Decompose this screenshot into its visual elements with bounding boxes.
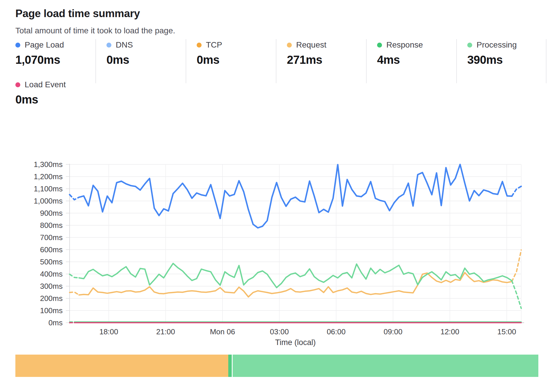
stat-dns: DNS 0ms bbox=[95, 39, 186, 83]
y-axis-label: 800ms bbox=[40, 221, 63, 230]
x-axis-label: 15:00 bbox=[497, 327, 516, 336]
x-axis-label: 21:00 bbox=[156, 327, 175, 336]
stat-label: Response bbox=[386, 40, 423, 50]
dns-legend-dot bbox=[106, 43, 111, 48]
series-processing-dashed-start bbox=[70, 274, 79, 278]
y-axis-label: 900ms bbox=[40, 209, 63, 217]
series-page-load-dashed-start bbox=[70, 195, 79, 200]
stat-value: 1,070ms bbox=[15, 53, 95, 66]
y-axis-label: 400ms bbox=[40, 270, 63, 278]
stat-tcp: TCP 0ms bbox=[186, 39, 276, 83]
stat-label: Page Load bbox=[25, 40, 64, 50]
y-axis-label: 500ms bbox=[40, 257, 63, 266]
series-processing-dashed-end bbox=[512, 281, 521, 308]
stat-label: DNS bbox=[116, 40, 133, 50]
stat-label: Processing bbox=[477, 40, 517, 50]
stat-load-event: Load Event 0ms bbox=[15, 79, 66, 106]
tcp-legend-dot bbox=[197, 43, 202, 48]
processing-legend-dot bbox=[467, 43, 472, 48]
y-axis-label: 200ms bbox=[40, 294, 63, 303]
stat-value: 4ms bbox=[377, 53, 456, 66]
y-axis-label: 600ms bbox=[40, 245, 63, 254]
x-axis-label: 03:00 bbox=[270, 327, 289, 336]
page-title: Page load time summary bbox=[15, 8, 140, 20]
stat-value: 271ms bbox=[287, 53, 366, 66]
x-axis-label: 06:00 bbox=[327, 327, 345, 336]
x-axis-label: 18:00 bbox=[99, 327, 118, 336]
page-load-time-chart: 0ms100ms200ms300ms400ms500ms600ms700ms80… bbox=[0, 157, 554, 354]
series-request-dashed-end bbox=[512, 250, 521, 282]
load-event-legend-dot bbox=[15, 82, 20, 87]
stat-page-load: Page Load 1,070ms bbox=[15, 39, 95, 83]
response-legend-dot bbox=[377, 43, 382, 48]
stat-label: Request bbox=[296, 40, 326, 50]
x-axis-label: 12:00 bbox=[440, 327, 459, 336]
page-load-legend-dot bbox=[15, 43, 20, 48]
series-request-line bbox=[79, 273, 512, 297]
y-axis-label: 700ms bbox=[40, 233, 63, 242]
series-page-load-line bbox=[79, 164, 512, 228]
stat-label: TCP bbox=[206, 40, 222, 50]
y-axis-label: 100ms bbox=[40, 306, 63, 315]
stat-value: 0ms bbox=[15, 93, 66, 106]
y-axis-label: 300ms bbox=[40, 282, 63, 291]
stat-label: Load Event bbox=[25, 80, 66, 89]
page-subtitle: Total amount of time it took to load the… bbox=[15, 26, 175, 35]
series-page-load-dashed-end bbox=[512, 186, 521, 196]
footer-bar-orange-segment bbox=[15, 355, 228, 377]
stat-value: 0ms bbox=[197, 53, 276, 66]
page-load-summary-panel: Page load time summary Total amount of t… bbox=[0, 0, 554, 392]
footer-bar-dark-green-divider bbox=[228, 355, 232, 377]
stat-processing: Processing 390ms bbox=[456, 39, 546, 83]
series-request-dashed-start bbox=[70, 292, 79, 295]
y-axis-label: 1,200ms bbox=[34, 172, 63, 181]
request-legend-dot bbox=[287, 43, 292, 48]
y-axis-label: 1,000ms bbox=[34, 197, 63, 205]
stat-response: Response 4ms bbox=[366, 39, 456, 83]
y-axis-label: 0ms bbox=[48, 318, 63, 327]
x-axis-title: Time (local) bbox=[275, 338, 316, 347]
stat-value: 390ms bbox=[467, 53, 546, 66]
distribution-bar bbox=[15, 355, 538, 377]
x-axis-label: Mon 06 bbox=[210, 327, 235, 336]
stat-value: 0ms bbox=[106, 53, 186, 66]
x-axis-label: 09:00 bbox=[383, 327, 402, 336]
y-axis-label: 1,100ms bbox=[34, 184, 63, 193]
footer-bar-green-segment bbox=[233, 355, 538, 377]
y-axis-label: 1,300ms bbox=[34, 160, 63, 169]
series-processing-line bbox=[79, 264, 512, 288]
stat-request: Request 271ms bbox=[276, 39, 366, 83]
stats-row: Page Load 1,070ms DNS 0ms TCP 0ms Reques… bbox=[15, 39, 546, 83]
